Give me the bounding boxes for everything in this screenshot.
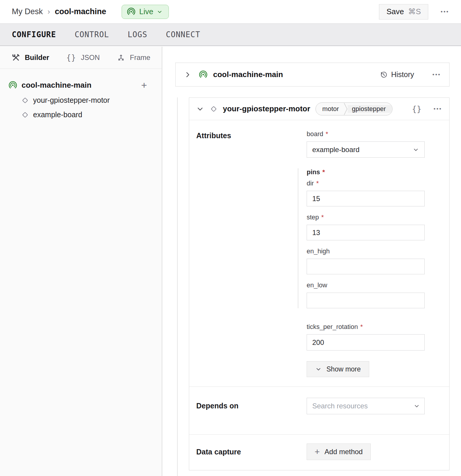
en-low-field: en_low <box>307 281 425 308</box>
plus-icon: + <box>315 447 320 456</box>
expand-part-button[interactable] <box>184 71 192 79</box>
chip-type: motor <box>316 105 344 113</box>
component-type-chip: motor gpiostepper <box>315 102 393 115</box>
show-more-label: Show more <box>326 365 361 373</box>
ticks-per-rotation-input[interactable] <box>307 334 425 351</box>
pins-label: pins * <box>307 168 425 176</box>
pins-group: pins * dir * step * <box>298 168 425 308</box>
step-input[interactable] <box>307 225 425 240</box>
depends-on-select <box>307 398 425 414</box>
part-overflow-menu-button[interactable]: ••• <box>432 72 441 77</box>
view-builder-label: Builder <box>25 53 49 62</box>
braces-icon: {} <box>412 105 422 113</box>
save-button[interactable]: Save ⌘S <box>379 4 428 19</box>
board-field: board * example-board <box>307 130 425 158</box>
dir-field: dir * <box>307 180 425 206</box>
component-diamond-icon <box>210 105 218 113</box>
chevron-down-icon <box>157 9 163 15</box>
history-icon <box>380 71 388 79</box>
tab-connect[interactable]: CONNECT <box>166 30 200 39</box>
broadcast-icon <box>8 81 17 90</box>
machine-part-card: cool-machine-main History ••• <box>175 63 449 87</box>
add-component-button[interactable]: + <box>141 80 147 90</box>
attributes-section: Attributes board * example-board pins <box>189 120 449 377</box>
edit-json-button[interactable]: {} <box>412 105 422 113</box>
dir-label: dir * <box>307 180 425 187</box>
view-builder[interactable]: Builder <box>12 53 49 62</box>
config-main-panel: cool-machine-main History ••• your-gpios… <box>162 47 461 476</box>
chevron-down-icon <box>413 146 419 153</box>
tree-motor-label: your-gpiostepper-motor <box>33 96 110 105</box>
en-low-input[interactable] <box>307 293 425 308</box>
component-title: your-gpiostepper-motor <box>223 104 310 113</box>
tab-control[interactable]: CONTROL <box>75 30 109 39</box>
tab-logs[interactable]: LOGS <box>127 30 147 39</box>
en-low-label: en_low <box>307 281 425 289</box>
tree-board-label: example-board <box>33 110 82 119</box>
tree-item-motor[interactable]: your-gpiostepper-motor <box>21 96 147 105</box>
collapse-component-button[interactable] <box>196 105 204 113</box>
required-marker: * <box>322 168 325 176</box>
view-json-label: JSON <box>81 53 100 62</box>
add-method-label: Add method <box>325 448 363 456</box>
chip-divider-icon <box>344 102 348 115</box>
config-sidebar: Builder {} JSON Frame cool-machine-main … <box>0 47 162 476</box>
braces-icon: {} <box>66 53 76 62</box>
save-label: Save <box>386 7 404 16</box>
live-label: Live <box>139 7 153 16</box>
required-marker: * <box>326 130 328 138</box>
depends-on-heading: Depends on <box>196 402 307 410</box>
breadcrumb: My Desk › cool-machine <box>12 7 106 16</box>
view-frame-label: Frame <box>130 53 150 62</box>
child-components-rail <box>177 97 178 476</box>
view-json[interactable]: {} JSON <box>66 53 100 62</box>
component-diamond-icon <box>21 111 29 119</box>
en-high-input[interactable] <box>307 259 425 274</box>
view-switcher: Builder {} JSON Frame <box>0 47 162 69</box>
required-marker: * <box>360 323 363 331</box>
add-method-button[interactable]: + Add method <box>307 444 371 460</box>
chevron-down-icon <box>315 366 322 372</box>
resource-tree: cool-machine-main + your-gpiostepper-mot… <box>0 69 162 119</box>
component-card-header: your-gpiostepper-motor motor gpiostepper… <box>189 98 449 120</box>
tree-root-label: cool-machine-main <box>22 81 91 90</box>
motor-component-card: your-gpiostepper-motor motor gpiostepper… <box>189 97 449 470</box>
chip-model: gpiostepper <box>348 105 392 113</box>
dir-input[interactable] <box>307 191 425 206</box>
tree-item-machine-part[interactable]: cool-machine-main + <box>8 80 147 90</box>
required-marker: * <box>321 213 324 221</box>
board-select-value: example-board <box>312 146 359 154</box>
chevron-right-icon <box>184 71 192 79</box>
en-high-field: en_high <box>307 247 425 274</box>
tools-icon <box>12 53 20 62</box>
save-shortcut: ⌘S <box>408 7 421 16</box>
history-button[interactable]: History <box>380 70 414 79</box>
component-overflow-menu-button[interactable]: ••• <box>434 106 442 112</box>
tree-item-board[interactable]: example-board <box>21 110 147 119</box>
depends-on-search-input[interactable] <box>307 398 425 414</box>
depends-on-section: Depends on <box>189 387 449 425</box>
breadcrumb-parent-link[interactable]: My Desk <box>12 7 43 16</box>
ticks-per-rotation-label: ticks_per_rotation * <box>307 323 425 331</box>
data-capture-heading: Data capture <box>196 444 307 456</box>
part-card-title: cool-machine-main <box>213 70 283 79</box>
step-label: step * <box>307 213 425 221</box>
board-select[interactable]: example-board <box>307 141 425 158</box>
step-field: step * <box>307 213 425 240</box>
broadcast-icon <box>127 7 136 16</box>
machine-overflow-menu-button[interactable]: ••• <box>441 9 449 14</box>
view-frame[interactable]: Frame <box>117 53 150 62</box>
show-more-button[interactable]: Show more <box>307 361 369 377</box>
breadcrumb-current: cool-machine <box>55 7 106 16</box>
ticks-per-rotation-field: ticks_per_rotation * <box>307 323 425 351</box>
broadcast-icon <box>199 70 208 79</box>
frame-axes-icon <box>117 53 125 62</box>
main-tab-bar: CONFIGURE CONTROL LOGS CONNECT <box>0 23 461 46</box>
data-capture-section: Data capture + Add method <box>189 434 449 476</box>
component-diamond-icon <box>21 97 29 104</box>
history-label: History <box>391 70 414 79</box>
board-label: board * <box>307 130 425 138</box>
tab-configure[interactable]: CONFIGURE <box>12 30 56 39</box>
breadcrumb-separator-icon: › <box>48 7 50 16</box>
live-status-button[interactable]: Live <box>122 5 169 19</box>
